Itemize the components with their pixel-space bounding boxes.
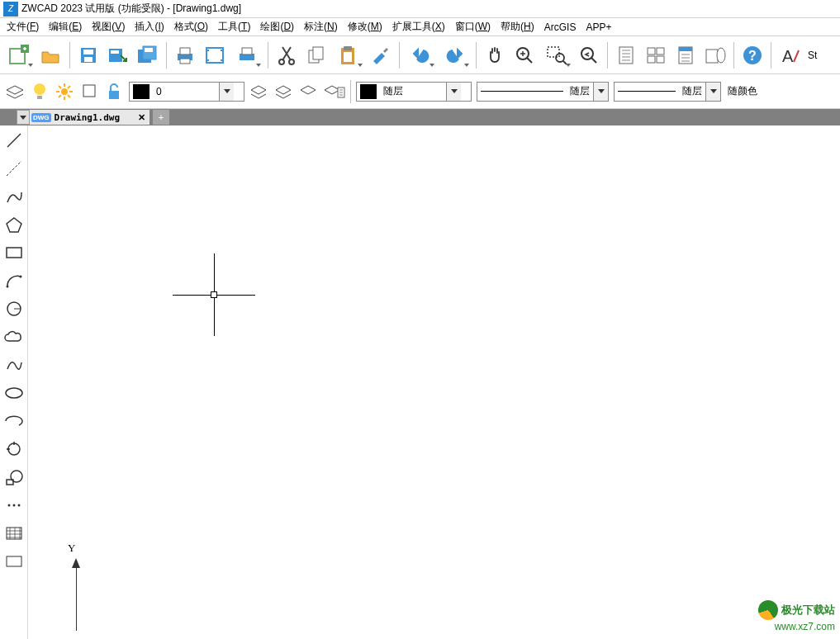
- title-bar: Z ZWCAD 2023 试用版 (功能受限) - [Drawing1.dwg]: [0, 0, 840, 18]
- layer-unlock-icon[interactable]: [102, 80, 126, 103]
- point-tool[interactable]: [2, 494, 26, 517]
- separator: [166, 42, 167, 69]
- save-button[interactable]: [75, 42, 102, 69]
- chevron-down-icon: [358, 64, 363, 67]
- rectangle-tool[interactable]: [2, 241, 26, 264]
- menu-arcgis[interactable]: ArcGIS: [539, 20, 581, 35]
- svg-rect-41: [83, 85, 95, 97]
- copy-button[interactable]: [303, 42, 330, 69]
- menu-tools[interactable]: 工具(T): [213, 18, 255, 36]
- new-tab-button[interactable]: +: [153, 110, 169, 125]
- circle-tool[interactable]: [2, 297, 26, 320]
- menu-express[interactable]: 扩展工具(X): [387, 18, 450, 36]
- save-all-button[interactable]: [135, 42, 161, 69]
- arc-tool[interactable]: [2, 269, 26, 292]
- pan-button[interactable]: [482, 42, 508, 69]
- menu-insert[interactable]: 插入(I): [130, 18, 168, 36]
- paste-button[interactable]: [333, 42, 364, 69]
- color-value: 随层: [380, 84, 446, 98]
- hatch-tool[interactable]: [2, 522, 26, 545]
- menu-window[interactable]: 窗口(W): [450, 18, 496, 36]
- linetype-combo[interactable]: 随层: [477, 82, 609, 102]
- tab-list-dropdown[interactable]: [17, 110, 30, 125]
- svg-point-56: [7, 504, 10, 507]
- revision-cloud-tool[interactable]: [2, 325, 26, 348]
- properties-button[interactable]: [613, 42, 639, 69]
- svg-rect-6: [111, 50, 119, 54]
- svg-rect-27: [619, 47, 633, 64]
- zoom-realtime-button[interactable]: [511, 42, 538, 69]
- print-button[interactable]: [172, 42, 198, 69]
- menu-draw[interactable]: 绘图(D): [255, 18, 299, 36]
- color-combo[interactable]: 随层: [356, 82, 472, 102]
- polygon-tool[interactable]: [2, 213, 26, 236]
- menu-modify[interactable]: 修改(M): [343, 18, 387, 36]
- match-properties-button[interactable]: [368, 42, 394, 69]
- redo-button[interactable]: [439, 42, 471, 69]
- gradient-tool[interactable]: [2, 550, 26, 573]
- construction-line-tool[interactable]: [2, 157, 26, 180]
- chevron-down-icon[interactable]: [219, 83, 234, 101]
- layer-color-swatch: [133, 84, 149, 99]
- layer-freeze-icon[interactable]: [53, 80, 76, 103]
- spline-tool[interactable]: [2, 353, 26, 376]
- ellipse-arc-tool[interactable]: [2, 409, 26, 433]
- make-block-tool[interactable]: [2, 466, 26, 489]
- line-tool[interactable]: [2, 129, 26, 152]
- document-tab-active[interactable]: DWG Drawing1.dwg ✕: [30, 110, 149, 125]
- layer-on-icon[interactable]: [28, 80, 51, 103]
- separator: [771, 42, 771, 69]
- print-preview-button[interactable]: [202, 42, 228, 69]
- svg-rect-19: [313, 47, 323, 59]
- svg-rect-28: [648, 48, 655, 54]
- menu-edit[interactable]: 编辑(E): [44, 18, 87, 36]
- layer-lock-icon[interactable]: [78, 80, 101, 103]
- text-style-button[interactable]: A: [776, 42, 803, 69]
- menu-file[interactable]: 文件(F): [2, 18, 44, 36]
- new-button[interactable]: [3, 42, 35, 69]
- svg-point-40: [61, 88, 68, 95]
- svg-point-58: [17, 504, 20, 507]
- tool-palettes-button[interactable]: [672, 42, 699, 69]
- lineweight-combo[interactable]: 随层: [614, 82, 721, 102]
- close-tab-button[interactable]: ✕: [135, 112, 148, 123]
- svg-rect-12: [180, 59, 190, 64]
- open-button[interactable]: [38, 42, 64, 69]
- layer-iso-button[interactable]: [297, 80, 320, 103]
- menu-help[interactable]: 帮助(H): [496, 18, 539, 36]
- menu-view[interactable]: 视图(V): [87, 18, 130, 36]
- chevron-down-icon[interactable]: [705, 83, 720, 101]
- svg-rect-9: [145, 48, 153, 52]
- color-swatch-icon: [360, 84, 377, 99]
- undo-button[interactable]: [405, 42, 436, 69]
- publish-button[interactable]: [231, 42, 263, 69]
- insert-block-tool[interactable]: [2, 438, 26, 461]
- zoom-window-button[interactable]: [541, 42, 572, 69]
- svg-rect-34: [706, 50, 718, 63]
- svg-rect-60: [7, 556, 21, 566]
- layer-state-button[interactable]: [273, 80, 296, 103]
- help-button[interactable]: ?: [739, 42, 766, 69]
- menu-dimension[interactable]: 标注(N): [299, 18, 343, 36]
- layer-current-value: 0: [153, 86, 219, 97]
- layer-previous-button[interactable]: [248, 80, 271, 103]
- lineweight-preview-icon: [618, 91, 676, 92]
- polyline-tool[interactable]: [2, 185, 26, 208]
- layer-walk-button[interactable]: [322, 80, 347, 103]
- chevron-down-icon[interactable]: [593, 83, 608, 101]
- svg-rect-3: [83, 50, 93, 54]
- svg-rect-15: [242, 48, 252, 54]
- save-as-button[interactable]: [105, 42, 131, 69]
- zoom-previous-button[interactable]: [576, 42, 602, 69]
- sheet-set-button[interactable]: [702, 42, 728, 69]
- menu-format[interactable]: 格式(O): [169, 18, 213, 36]
- menu-appplus[interactable]: APP+: [581, 20, 616, 35]
- chevron-down-icon[interactable]: [446, 83, 461, 101]
- layer-manager-button[interactable]: [3, 80, 26, 103]
- design-center-button[interactable]: [643, 42, 669, 69]
- layer-combo[interactable]: 0: [129, 82, 244, 102]
- drawing-canvas[interactable]: Y: [28, 125, 840, 639]
- svg-point-48: [6, 286, 8, 288]
- ellipse-tool[interactable]: [2, 381, 26, 405]
- cut-button[interactable]: [273, 42, 300, 69]
